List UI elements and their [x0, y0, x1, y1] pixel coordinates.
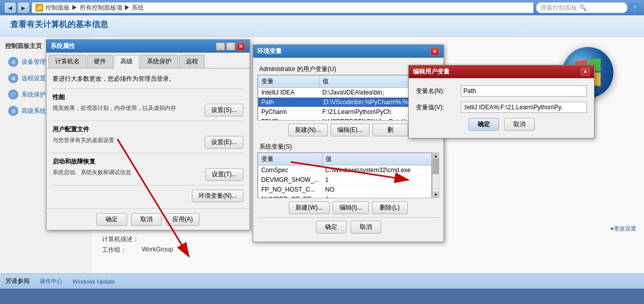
user-new-btn[interactable]: 新建(N)...: [288, 124, 328, 136]
perf-settings-btn[interactable]: 设置(S)...: [205, 104, 243, 116]
sys-var-row-2[interactable]: FP_NO_HOST_C... NO: [258, 185, 432, 195]
var-name-row: 变量名(N):: [416, 85, 587, 97]
perf-desc: 视觉效果，处理器计划，内存使用，以及虚拟内存: [53, 104, 176, 112]
search-placeholder: 搜索控制面板: [540, 4, 577, 12]
env-close[interactable]: ✕: [430, 48, 439, 56]
sys-var-value-3: 4: [322, 195, 431, 199]
sys-props-ok[interactable]: 确定: [96, 213, 127, 226]
system-properties-dialog: 系统属性 ─ □ ✕ 计算机名 硬件 高级 系统保护 远程 要进行大多数更改，您…: [46, 39, 250, 230]
windows-update-link[interactable]: Windows Update: [72, 278, 115, 285]
profile-desc: 与您登录有关的桌面设置: [53, 136, 114, 144]
edit-title: 编辑用户变量: [413, 67, 450, 76]
sys-col-val: 值: [322, 153, 431, 166]
help-icon[interactable]: ?: [630, 3, 640, 13]
edit-close[interactable]: ✕: [581, 68, 590, 76]
search-icon: 🔍: [579, 4, 587, 11]
profile-settings-btn[interactable]: 设置(E)...: [205, 136, 243, 149]
startup-settings-btn[interactable]: 设置(T)...: [205, 168, 243, 181]
back-button[interactable]: ◀: [4, 2, 16, 13]
page-title: 查看有关计算机的基本信息: [10, 19, 634, 30]
sys-props-apply[interactable]: 应用(A): [166, 213, 200, 226]
env-ok-btn[interactable]: 确定: [316, 221, 346, 233]
sys-scroll-thumb[interactable]: [433, 159, 439, 174]
user-var-row-temp[interactable]: TEMP %USERPROFILE%\AppData\Local\Te: [258, 117, 432, 121]
env-titlebar: 环境变量 ✕: [253, 45, 443, 58]
sys-vars-container: 变量 值 ComSpec C:\Windows\system32\cmd.exe: [257, 152, 439, 198]
sys-vars-table: 变量 值 ComSpec C:\Windows\system32\cmd.exe: [258, 153, 432, 198]
user-var-row-pycharm[interactable]: PyCharm F:\21.Learn\Python\PyCh: [258, 107, 432, 117]
env-title: 环境变量: [257, 47, 282, 56]
address-bar[interactable]: 📁 控制面板 ▶ 所有控制面板项 ▶ 系统: [32, 2, 534, 13]
also-see-label: 另请参阅: [5, 277, 30, 286]
sys-var-name-1: DEVMGR_SHOW_...: [258, 175, 323, 185]
sys-props-tabs: 计算机名 硬件 高级 系统保护 远程: [46, 53, 250, 68]
tab-remote[interactable]: 远程: [179, 55, 205, 68]
folder-icon: 📁: [35, 4, 43, 12]
startup-section: 启动和故障恢复 系统启动、系统失败和调试信息 设置(T)...: [53, 157, 243, 181]
user-edit-btn[interactable]: 编辑(E)...: [331, 124, 369, 136]
col-var-header: 变量: [258, 76, 319, 88]
edit-ok-btn[interactable]: 确定: [468, 118, 499, 131]
env-vars-btn[interactable]: 环境变量(N)...: [192, 190, 243, 202]
env-footer: 确定 取消: [257, 217, 439, 238]
perf-label: 性能: [53, 93, 243, 102]
tab-sys-protection[interactable]: 系统保护: [140, 55, 178, 68]
sys-var-name-3: NUMBER_OF_PR: [258, 195, 323, 199]
var-value-input[interactable]: [461, 102, 587, 113]
sys-del-btn[interactable]: 删除(L): [372, 201, 408, 214]
edit-controls: ✕: [581, 68, 590, 76]
var-name-label: 变量名(N):: [416, 87, 457, 96]
env-cancel-btn[interactable]: 取消: [351, 221, 381, 233]
sys-props-close[interactable]: ✕: [236, 42, 245, 51]
device-icon: ⚙: [8, 57, 18, 67]
user-var-row[interactable]: IntelliJ IDEA D:\Java\IDEA\idea\bin;: [258, 88, 432, 98]
sys-vars-table-wrap: 变量 值 ComSpec C:\Windows\system32\cmd.exe: [257, 152, 432, 198]
sys-new-btn[interactable]: 新建(W)...: [289, 201, 329, 214]
main-content: 查看有关计算机的基本信息 控制面板主页 ⚙ 设备管理器 🖥 远程设置 🛡 系统保…: [0, 15, 644, 289]
search-box[interactable]: 搜索控制面板 🔍: [536, 2, 628, 13]
edit-cancel-btn[interactable]: 取消: [504, 118, 535, 131]
sys-scroll-down[interactable]: ▼: [433, 192, 439, 198]
startup-label: 启动和故障恢复: [53, 157, 243, 166]
sys-vars-scrollbar[interactable]: ▲ ▼: [432, 152, 439, 198]
advanced-icon: ⚙: [8, 106, 18, 116]
sys-props-minimize[interactable]: ─: [216, 42, 225, 51]
nav-bar: ◀ ▶ 📁 控制面板 ▶ 所有控制面板项 ▶ 系统 搜索控制面板 🔍 ?: [0, 0, 644, 15]
sys-var-value-0: C:\Windows\system32\cmd.exe: [322, 166, 431, 175]
user-vars-table: 变量 值 IntelliJ IDEA D:\Java\IDEA\idea\bin…: [258, 75, 432, 121]
user-var-name-0: IntelliJ IDEA: [258, 88, 319, 98]
sys-props-controls: ─ □ ✕: [216, 42, 245, 51]
tab-hardware[interactable]: 硬件: [87, 55, 113, 68]
action-center-link[interactable]: 操作中心: [40, 277, 62, 285]
sys-var-row-0[interactable]: ComSpec C:\Windows\system32\cmd.exe: [258, 166, 432, 175]
sys-props-maximize[interactable]: □: [226, 42, 235, 51]
user-var-name-3: TEMP: [258, 117, 319, 121]
sys-var-value-1: 1: [322, 175, 431, 185]
var-value-row: 变量值(V):: [416, 102, 587, 113]
sys-var-value-2: NO: [322, 185, 431, 195]
sidebar-label-protection: 系统保护: [21, 90, 46, 99]
sidebar-label-remote: 远程设置: [21, 74, 46, 83]
startup-desc: 系统启动、系统失败和调试信息: [53, 169, 131, 176]
var-value-label: 变量值(V):: [416, 103, 457, 112]
edit-user-var-dialog: 编辑用户变量 ✕ 变量名(N): 变量值(V): 确定 取消: [408, 65, 595, 138]
sys-var-row-3[interactable]: NUMBER_OF_PR 4: [258, 195, 432, 199]
sys-edit-btn[interactable]: 编辑(I)...: [333, 201, 369, 214]
sys-vars-buttons: 新建(W)... 编辑(I)... 删除(L): [257, 198, 439, 217]
remote-icon: 🖥: [8, 73, 18, 83]
var-name-input[interactable]: [461, 85, 587, 97]
edit-footer: 确定 取消: [416, 118, 587, 131]
sys-props-title: 系统属性: [51, 42, 75, 51]
profile-label: 用户配置文件: [53, 125, 243, 134]
tab-advanced[interactable]: 高级: [114, 55, 139, 68]
user-var-row-path[interactable]: Path ;D:\VScode\bin;%PyCharm%;%Inte: [258, 98, 432, 107]
edit-body: 变量名(N): 变量值(V): 确定 取消: [409, 78, 594, 138]
sys-props-cancel[interactable]: 取消: [131, 213, 162, 226]
sys-var-row-1[interactable]: DEVMGR_SHOW_... 1: [258, 175, 432, 185]
user-del-btn[interactable]: 删: [373, 124, 408, 136]
sys-scroll-up[interactable]: ▲: [433, 153, 439, 159]
perf-section: 性能 视觉效果，处理器计划，内存使用，以及虚拟内存 设置(S)...: [53, 93, 243, 116]
change-settings-link[interactable]: ●更改设置: [610, 225, 636, 232]
forward-button[interactable]: ▶: [17, 2, 30, 13]
tab-computer-name[interactable]: 计算机名: [48, 55, 86, 68]
